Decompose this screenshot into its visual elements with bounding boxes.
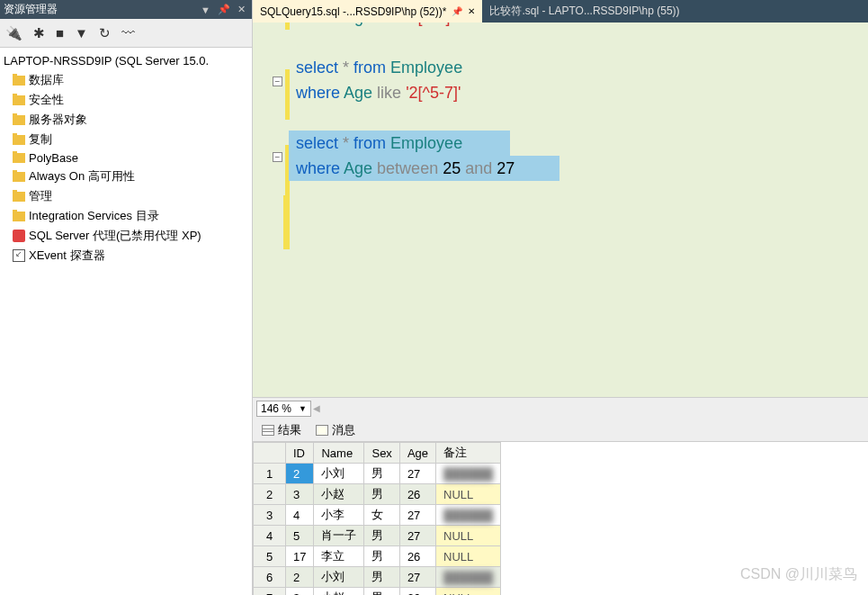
sql-editor[interactable]: − − where Age like '2[5-7]'select * from… (253, 23, 868, 397)
cell[interactable]: 肖一子 (314, 526, 364, 546)
tree-item[interactable]: SQL Server 代理(已禁用代理 XP) (2, 226, 250, 246)
column-header[interactable]: Name (314, 443, 364, 464)
editor-gutter: − − (253, 23, 289, 397)
cell[interactable]: 李立 (314, 546, 364, 567)
cell[interactable]: 2 (286, 567, 314, 588)
cell[interactable]: 26 (399, 588, 435, 596)
tab-results[interactable]: 结果 (256, 420, 307, 440)
object-tree[interactable]: LAPTOP-NRSSD9IP (SQL Server 15.0. 数据库安全性… (0, 48, 252, 595)
tree-item[interactable]: Always On 高可用性 (2, 167, 250, 186)
cell[interactable]: 5 (286, 526, 314, 546)
disconnect-icon[interactable]: ✱ (31, 23, 47, 43)
message-icon (316, 425, 328, 436)
server-node[interactable]: LAPTOP-NRSSD9IP (SQL Server 15.0. (2, 51, 250, 70)
code-line[interactable]: select * from Employee (296, 55, 462, 80)
tree-item[interactable]: 管理 (2, 186, 250, 206)
cell[interactable]: ██████ (436, 567, 501, 588)
table-row[interactable]: 34小李女27██████ (254, 505, 501, 526)
row-number[interactable]: 7 (254, 588, 286, 596)
cell[interactable]: 26 (399, 484, 435, 505)
cell[interactable]: 小赵 (314, 484, 364, 505)
cell[interactable]: 27 (399, 567, 435, 588)
table-row[interactable]: 45肖一子男27NULL (254, 526, 501, 546)
pin-icon[interactable]: 📌 (215, 4, 233, 15)
cell[interactable]: NULL (436, 588, 501, 596)
dropdown-icon[interactable]: ▼ (198, 5, 213, 15)
results-grid[interactable]: IDNameSexAge备注 12小刘男27██████23小赵男26NULL3… (253, 442, 868, 595)
column-header[interactable]: Age (399, 443, 435, 464)
cell[interactable]: 3 (286, 484, 314, 505)
tree-item[interactable]: Integration Services 目录 (2, 206, 250, 226)
cell[interactable]: NULL (436, 526, 501, 546)
cell[interactable]: 男 (364, 588, 399, 596)
chevron-down-icon: ▼ (299, 404, 307, 413)
cell[interactable]: 17 (286, 546, 314, 567)
row-number[interactable]: 3 (254, 505, 286, 526)
table-row[interactable]: 12小刘男27██████ (254, 464, 501, 484)
zoom-dropdown[interactable]: 146 % ▼ (256, 401, 311, 417)
connect-icon[interactable]: 🔌 (4, 23, 24, 43)
cell[interactable]: 27 (399, 505, 435, 526)
close-icon[interactable]: ✕ (468, 6, 475, 16)
table-row[interactable]: 62小刘男27██████ (254, 567, 501, 588)
cell[interactable]: 27 (399, 526, 435, 546)
cell[interactable]: 男 (364, 464, 399, 484)
document-tab[interactable]: SQLQuery15.sql -...RSSD9IP\hp (52))*📌✕ (253, 0, 482, 23)
cell[interactable]: 小赵 (314, 588, 364, 596)
cell[interactable]: ██████ (436, 464, 501, 484)
table-row[interactable]: 517李立男26NULL (254, 546, 501, 567)
pin-icon[interactable]: 📌 (452, 6, 462, 16)
document-tab[interactable]: 比较符.sql - LAPTO...RSSD9IP\hp (55)) (482, 0, 686, 23)
tree-item[interactable]: 复制 (2, 130, 250, 149)
tree-item[interactable]: XEvent 探查器 (2, 246, 250, 266)
cell[interactable]: 男 (364, 546, 399, 567)
collapse-toggle[interactable]: − (273, 77, 282, 86)
tree-item[interactable]: PolyBase (2, 149, 250, 167)
code-line[interactable]: select * from Employee (296, 131, 462, 156)
folder-icon (13, 76, 25, 86)
code-area[interactable]: where Age like '2[5-7]'select * from Emp… (289, 23, 868, 397)
code-line[interactable]: where Age like '2[5-7]' (296, 23, 453, 30)
cell[interactable]: 26 (399, 546, 435, 567)
close-icon[interactable]: ✕ (235, 4, 248, 15)
tab-messages[interactable]: 消息 (310, 420, 361, 440)
row-number[interactable]: 5 (254, 546, 286, 567)
cell[interactable]: 小刘 (314, 567, 364, 588)
tree-item[interactable]: 数据库 (2, 70, 250, 90)
activity-icon[interactable]: 〰 (120, 23, 137, 42)
code-line[interactable]: where Age like '2[^5-7]' (296, 80, 461, 105)
column-header[interactable]: Sex (364, 443, 399, 464)
cell[interactable]: 女 (364, 505, 399, 526)
row-number[interactable]: 6 (254, 567, 286, 588)
row-number[interactable]: 4 (254, 526, 286, 546)
cell[interactable]: 27 (399, 464, 435, 484)
tree-item[interactable]: 安全性 (2, 90, 250, 110)
refresh-icon[interactable]: ↻ (97, 23, 112, 43)
table-row[interactable]: 23小赵男26NULL (254, 484, 501, 505)
agent-icon (13, 230, 25, 242)
cell[interactable]: 男 (364, 526, 399, 546)
column-header[interactable]: ID (286, 443, 314, 464)
filter-icon[interactable]: ▼ (73, 23, 90, 42)
tree-item[interactable]: 服务器对象 (2, 110, 250, 130)
table-row[interactable]: 73小赵男26NULL (254, 588, 501, 596)
cell[interactable]: NULL (436, 484, 501, 505)
cell[interactable]: 男 (364, 484, 399, 505)
cell[interactable]: 4 (286, 505, 314, 526)
cell[interactable]: NULL (436, 546, 501, 567)
cell[interactable]: 3 (286, 588, 314, 596)
main-area: SQLQuery15.sql -...RSSD9IP\hp (52))*📌✕比较… (253, 0, 868, 595)
cell[interactable]: ██████ (436, 505, 501, 526)
cell[interactable]: 2 (286, 464, 314, 484)
stop-icon[interactable]: ■ (54, 23, 66, 42)
row-number[interactable]: 2 (254, 484, 286, 505)
tree-item-label: PolyBase (29, 151, 78, 165)
cell[interactable]: 小刘 (314, 464, 364, 484)
code-line[interactable]: where Age between 25 and 27 (296, 156, 515, 181)
cell[interactable]: 小李 (314, 505, 364, 526)
column-header[interactable]: 备注 (436, 443, 501, 464)
row-number[interactable]: 1 (254, 464, 286, 484)
cell[interactable]: 男 (364, 567, 399, 588)
collapse-toggle[interactable]: − (273, 152, 282, 162)
column-header[interactable] (254, 443, 286, 464)
